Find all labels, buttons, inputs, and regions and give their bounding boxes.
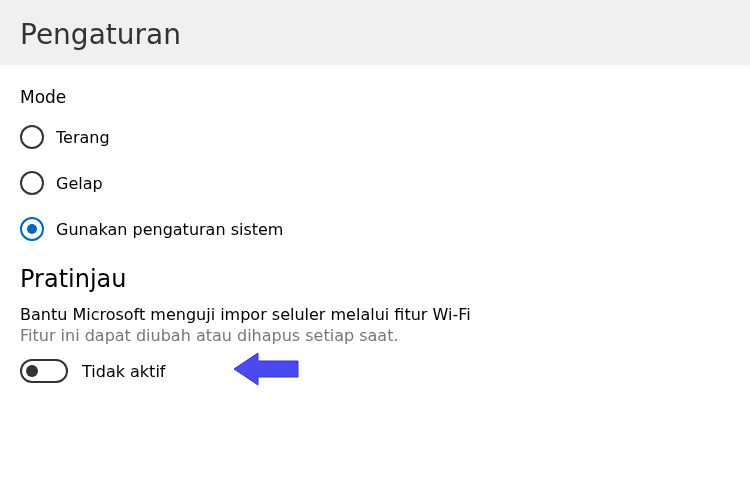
toggle-row: Tidak aktif [20, 359, 730, 383]
radio-icon-selected [20, 217, 44, 241]
radio-label: Terang [56, 128, 110, 147]
page-title: Pengaturan [20, 18, 730, 51]
radio-label: Gelap [56, 174, 103, 193]
preview-heading: Pratinjau [20, 265, 730, 293]
header: Pengaturan [0, 0, 750, 65]
arrow-annotation-icon [230, 349, 300, 393]
radio-icon [20, 125, 44, 149]
preview-toggle[interactable] [20, 359, 68, 383]
preview-subdesc: Fitur ini dapat diubah atau dihapus seti… [20, 326, 730, 345]
radio-option-gelap[interactable]: Gelap [20, 171, 730, 195]
radio-label: Gunakan pengaturan sistem [56, 220, 283, 239]
radio-option-terang[interactable]: Terang [20, 125, 730, 149]
radio-option-system[interactable]: Gunakan pengaturan sistem [20, 217, 730, 241]
content: Mode Terang Gelap Gunakan pengaturan sis… [0, 65, 750, 395]
preview-desc: Bantu Microsoft menguji impor seluler me… [20, 305, 730, 324]
toggle-label: Tidak aktif [82, 362, 165, 381]
radio-icon [20, 171, 44, 195]
mode-label: Mode [20, 87, 730, 107]
